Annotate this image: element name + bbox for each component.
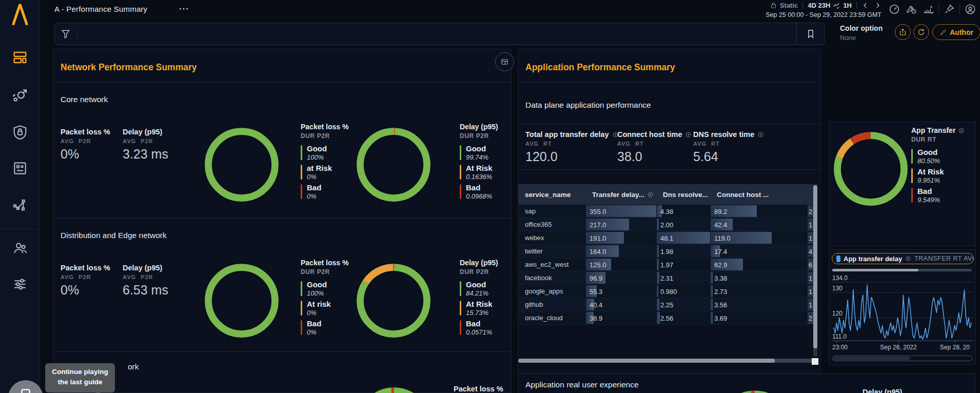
metric: Delay (p95)AVG P2R6.53 ms <box>123 264 168 298</box>
metric-info-icon <box>771 191 772 198</box>
chevron-right-icon[interactable] <box>874 2 881 9</box>
filter-input[interactable] <box>54 23 825 45</box>
legend-item: Bad9.549% <box>911 187 980 204</box>
scrollbar-thumb[interactable] <box>813 185 817 348</box>
series-legend-pill[interactable]: App transfer delay TRANSFER RT AVG [16 <box>832 253 974 264</box>
table-row[interactable]: twitter164.01.9817.44 <box>518 245 817 258</box>
wrench-clock-icon[interactable] <box>905 3 918 16</box>
layout-dashboard-icon <box>12 49 28 66</box>
refresh-button[interactable] <box>913 24 929 40</box>
sidebar-item-dashboards[interactable] <box>12 49 28 66</box>
table-row[interactable]: github40.42.253.561 <box>518 298 817 311</box>
pin-icon[interactable] <box>943 3 956 16</box>
chevron-left-icon[interactable] <box>861 2 869 9</box>
cell-value: 2.56 <box>660 314 673 322</box>
legend-color-bar <box>911 188 913 203</box>
value-cell: 55.3 <box>585 285 656 298</box>
value-cell: 1.97 <box>656 258 710 271</box>
donut-legend-title-text: Packet loss % <box>301 259 348 267</box>
cell-value: 48.1 <box>660 234 673 242</box>
donut-legend-title-text: App Transfer <box>911 126 955 134</box>
legend-scrollbar[interactable] <box>832 269 972 271</box>
wrench-clock-icon <box>906 4 917 15</box>
sidebar-item-users[interactable] <box>12 240 28 257</box>
table-row[interactable]: oracle_cloud38.92.563.692 <box>518 311 817 325</box>
donut-chart-container <box>203 126 280 203</box>
cell-value: 1.97 <box>660 261 673 268</box>
table-row[interactable]: aws_ec2_west125.01.9762.96 <box>518 258 817 271</box>
sidebar-item-analytics[interactable] <box>12 197 28 213</box>
donut-chart-partial <box>356 386 433 393</box>
sidebar-item-topology[interactable] <box>12 87 28 104</box>
scrollbar-thumb[interactable] <box>518 359 775 363</box>
column-header[interactable]: Transfer delay... <box>585 184 656 205</box>
metric-label: Connect host time <box>617 130 692 139</box>
value-cell: 3.38 <box>710 271 772 284</box>
metric-label: Delay (p95) <box>123 264 168 272</box>
author-button[interactable]: Author <box>932 24 980 40</box>
cell-value: 1 <box>809 301 812 308</box>
donut-legend-title: App Transfer <box>911 126 980 134</box>
color-option-control[interactable]: Color option None <box>840 24 883 42</box>
legend-color-bar <box>301 320 302 335</box>
dashboard-widget-button[interactable] <box>495 52 514 71</box>
chart-sparkle-icon[interactable] <box>922 3 935 16</box>
donut-chart <box>832 130 909 207</box>
share-button[interactable] <box>895 24 911 40</box>
line-chart: 134.0130120111.023:00Sep 26, 2022Sep 28,… <box>831 274 974 352</box>
sidebar-item-reports[interactable] <box>12 160 28 176</box>
column-header[interactable]: Dns resolve... <box>656 184 710 205</box>
metric: Delay (p95)AVG P2R3.23 ms <box>123 128 168 162</box>
table-row[interactable]: google_apps55.30.9802.731 <box>518 285 817 298</box>
metric: Connect host timeAVG RT38.0 <box>617 130 692 164</box>
dashboard-circle-icon <box>500 57 509 67</box>
slider-thumb[interactable] <box>833 357 910 360</box>
service-name-cell: twitter <box>518 245 585 258</box>
service-name-cell: facebook <box>518 271 585 284</box>
cell-value: 4.38 <box>660 207 673 215</box>
time-range-slider[interactable] <box>832 356 972 361</box>
table-row[interactable]: sap355.04.3889.22 <box>518 205 817 218</box>
metric-info-icon <box>958 127 965 134</box>
metric-label: DNS resolve time <box>693 130 764 139</box>
legend-value: 9.951% <box>917 176 980 184</box>
table-row[interactable]: webex191.048.1119.01 <box>518 231 817 245</box>
donut-chart <box>355 126 432 203</box>
clipped-cell: 2 <box>772 311 816 324</box>
gauge-icon[interactable] <box>888 3 901 16</box>
service-name-cell: sap <box>518 205 585 218</box>
vertical-scrollbar[interactable] <box>813 185 817 357</box>
section-title: Distribution and Edge network <box>61 231 167 240</box>
divider <box>959 5 960 14</box>
divider <box>856 2 857 9</box>
value-cell: 38.9 <box>585 311 656 324</box>
metric-label: Total app transfer delay <box>525 130 619 139</box>
donut-legend-subtitle: DUR RT <box>911 136 980 143</box>
value-cell: 89.2 <box>710 205 772 218</box>
guide-button[interactable] <box>8 380 43 393</box>
table-row[interactable]: office365217.02.0042.41 <box>518 218 817 231</box>
time-range-control[interactable]: Static 4D 23H 1H Sep 25 00:00 - Sep 29, … <box>766 1 881 18</box>
service-name-cell: github <box>518 298 585 311</box>
bookmark-button[interactable] <box>796 23 824 45</box>
network-section: Distribution and Edge networkPacket loss… <box>53 219 511 352</box>
ellipsis-icon[interactable] <box>179 7 189 11</box>
table-resize-handle[interactable] <box>812 358 818 365</box>
table-row[interactable]: facebook96.92.313.381 <box>518 271 817 285</box>
value-cell: 96.9 <box>585 271 656 284</box>
sidebar-item-security[interactable] <box>12 124 28 141</box>
user-icon <box>965 4 976 15</box>
clipped-cell: 4 <box>772 245 816 258</box>
user-icon[interactable] <box>964 3 977 16</box>
cell-value: 2.25 <box>660 301 673 308</box>
horizontal-scrollbar[interactable] <box>518 359 816 363</box>
author-button-label: Author <box>950 28 973 36</box>
scrollbar-thumb[interactable] <box>832 269 918 271</box>
network-sections: Core networkPacket loss %AVG P2R0%Delay … <box>53 83 511 393</box>
data-bar <box>711 285 713 297</box>
value-cell: 17.4 <box>710 245 772 258</box>
column-header[interactable]: Connect host ... <box>710 184 772 205</box>
sidebar-item-settings[interactable] <box>12 276 28 292</box>
column-header[interactable]: service_name <box>518 184 585 205</box>
table-header: service_nameTransfer delay...Dns resolve… <box>518 184 817 205</box>
